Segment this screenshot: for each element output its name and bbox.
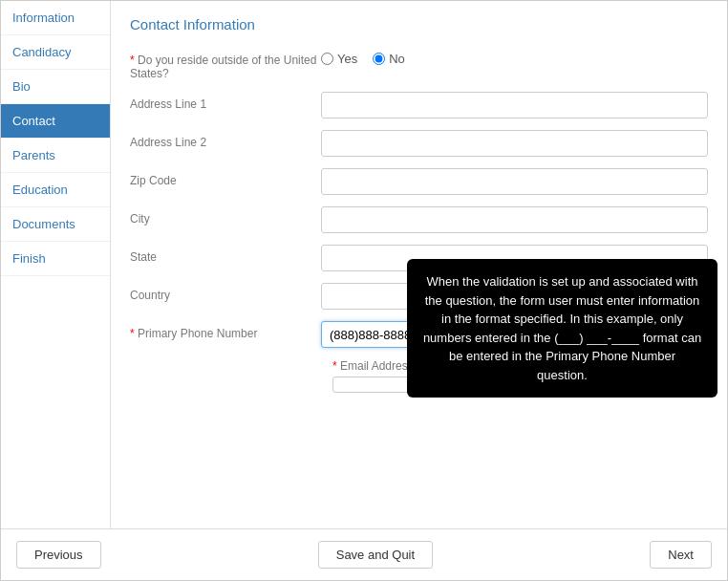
address1-label: Address Line 1 — [130, 92, 321, 111]
phone-label: Primary Phone Number — [130, 321, 321, 340]
content-area: Contact Information Do you reside outsid… — [111, 1, 727, 528]
sidebar-item-candidacy[interactable]: Candidacy — [1, 35, 110, 70]
reside-label: Do you reside outside of the United Stat… — [130, 48, 321, 80]
zip-input[interactable] — [321, 168, 708, 195]
sidebar-item-education[interactable]: Education — [1, 173, 110, 207]
app-container: Information Candidacy Bio Contact Parent… — [1, 1, 727, 580]
country-label: Country — [130, 283, 321, 302]
sidebar-item-finish[interactable]: Finish — [1, 242, 110, 276]
sidebar-item-contact[interactable]: Contact — [1, 104, 110, 139]
address1-input[interactable] — [321, 92, 708, 118]
next-button[interactable]: Next — [650, 541, 712, 569]
reside-row: Do you reside outside of the United Stat… — [130, 48, 708, 80]
city-label: City — [130, 206, 321, 226]
footer: Previous Save and Quit Next — [1, 528, 727, 580]
city-input[interactable] — [321, 206, 708, 233]
previous-button[interactable]: Previous — [16, 541, 101, 569]
sidebar-item-information[interactable]: Information — [1, 1, 110, 35]
sidebar: Information Candidacy Bio Contact Parent… — [1, 1, 111, 528]
sidebar-item-documents[interactable]: Documents — [1, 207, 110, 242]
radio-yes-option[interactable]: Yes — [321, 52, 357, 66]
radio-no[interactable] — [373, 53, 385, 65]
state-label: State — [130, 245, 321, 264]
address2-row: Address Line 2 — [130, 130, 708, 157]
city-row: City — [130, 206, 708, 233]
sidebar-item-parents[interactable]: Parents — [1, 139, 110, 173]
zip-row: Zip Code — [130, 168, 708, 195]
reside-radio-group: Yes No — [321, 48, 405, 66]
zip-label: Zip Code — [130, 168, 321, 187]
save-quit-button[interactable]: Save and Quit — [318, 541, 433, 569]
address2-input[interactable] — [321, 130, 708, 157]
section-title: Contact Information — [130, 16, 708, 32]
main-area: Information Candidacy Bio Contact Parent… — [1, 1, 727, 528]
radio-yes[interactable] — [321, 53, 333, 65]
radio-no-option[interactable]: No — [373, 52, 405, 66]
sidebar-item-bio[interactable]: Bio — [1, 70, 110, 104]
address2-label: Address Line 2 — [130, 130, 321, 149]
address1-row: Address Line 1 — [130, 92, 708, 118]
tooltip-box: When the validation is set up and associ… — [407, 259, 717, 398]
